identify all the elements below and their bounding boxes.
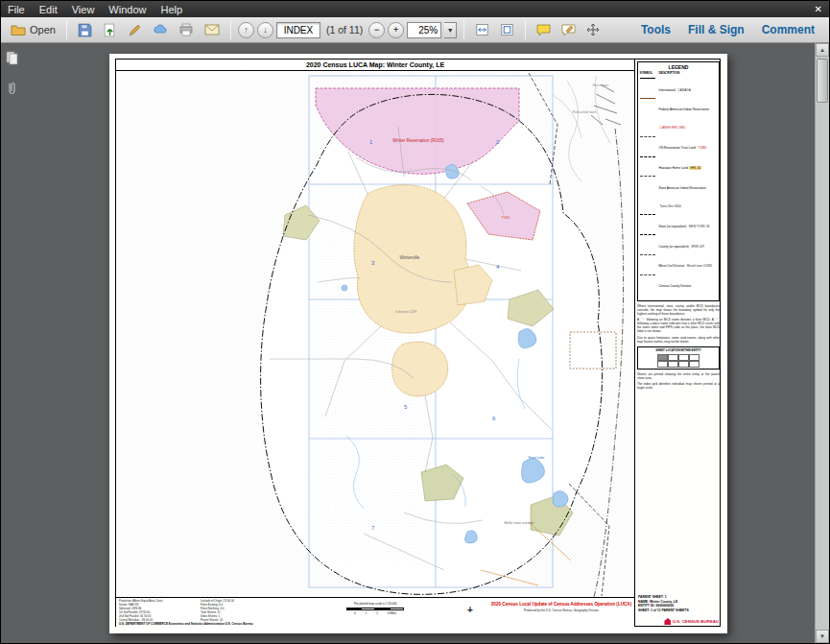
toolbar: Open ↑ ↓ (1 of 11) − + 25% ▼ ToolsFill &… — [1, 17, 829, 43]
toolbar-separator — [463, 20, 464, 39]
scrollbar-thumb[interactable] — [817, 59, 828, 103]
pen-icon — [128, 23, 142, 37]
census-bureau-logo: U.S. CENSUS BUREAU — [664, 618, 719, 625]
legend-example: Tama Res 9400 — [659, 204, 682, 208]
plus-icon: + — [393, 26, 398, 35]
zoom-out-button[interactable]: − — [368, 22, 385, 38]
zoom-dropdown-button[interactable]: ▼ — [444, 22, 457, 38]
fit-page-button[interactable] — [496, 20, 518, 39]
save-button[interactable] — [74, 20, 96, 40]
export-button[interactable] — [99, 20, 121, 40]
menu-item[interactable]: File — [8, 4, 25, 15]
panel-link[interactable]: Fill & Sign — [679, 23, 753, 36]
map-label: Bello town outside — [505, 521, 534, 525]
department-line: U.S. DEPARTMENT OF COMMERCE Economics an… — [119, 622, 253, 626]
luca-title: 2020 Census Local Update of Census Addre… — [490, 602, 632, 608]
document-area: 2020 Census LUCA Map: Winter County, LE — [1, 43, 829, 643]
legend-example: ERIE 029 — [690, 245, 705, 249]
arrow-down-icon: ↓ — [263, 26, 268, 35]
legend-symbol — [640, 77, 657, 80]
pdf-page: 2020 Census LUCA Map: Winter County, LE — [109, 54, 727, 633]
print-button[interactable] — [175, 20, 198, 39]
vertical-scrollbar[interactable]: ▲ ▼ — [815, 43, 829, 643]
zoom-level-value[interactable]: 25% — [407, 22, 441, 38]
legend-note: The index grid identifies individual map… — [637, 382, 720, 390]
envelope-icon — [204, 24, 220, 36]
legend-box: LEGEND SYMBOL DESCRIPTION InternationalC… — [637, 61, 720, 301]
map-footer: Projection: Albers Equal Area ConicDatum… — [116, 597, 634, 627]
legend-label: State (or equivalent) — [659, 225, 687, 228]
speech-bubble-icon — [536, 24, 551, 36]
cloud-button[interactable] — [149, 20, 172, 39]
close-icon[interactable]: ✕ — [815, 4, 822, 14]
panel-link[interactable]: Tools — [632, 23, 679, 36]
legend-example: HHL 40 — [689, 166, 701, 170]
legend-row: County (or equivalent)ERIE 029 — [640, 233, 718, 251]
map-label: Rothschild town — [573, 110, 597, 114]
luca-block: 2020 Census Local Update of Census Addre… — [490, 602, 632, 612]
legend-symbol — [640, 273, 657, 275]
legend-example: T1880 — [697, 146, 707, 150]
menu-item[interactable]: Window — [108, 4, 146, 15]
legend-row: State American Indian ReservationTama Re… — [640, 175, 718, 211]
sign-button[interactable] — [124, 20, 146, 40]
zoom-in-button[interactable]: + — [388, 22, 404, 38]
legend-title: LEGEND — [640, 64, 718, 70]
scale-label: 0 — [354, 611, 356, 615]
fit-width-icon — [475, 23, 489, 36]
legend-symbol — [640, 233, 657, 236]
legend-symbol — [640, 252, 657, 255]
sticky-note-button[interactable] — [533, 21, 555, 39]
legend-row: Off-Reservation Trust LandT1880 — [640, 134, 718, 153]
previous-page-button[interactable]: ↑ — [238, 22, 254, 38]
page-number-input[interactable] — [276, 22, 320, 38]
pan-button[interactable] — [582, 20, 604, 39]
map-canvas: Winter Reservation (R165)T165HarringtonR… — [116, 71, 634, 597]
map-title: 2020 Census LUCA Map: Winter County, LE — [116, 60, 634, 71]
open-button[interactable]: Open — [7, 21, 59, 38]
scale-note: The plotted map scale is 1:24,000 — [313, 602, 438, 606]
map-label: Winter Reservation (R165) — [392, 138, 444, 143]
legend-symbol — [640, 134, 657, 137]
speech-bubble-pen-icon — [561, 24, 576, 36]
scroll-up-icon[interactable]: ▲ — [816, 43, 829, 57]
legend-row: Minor Civil DivisionBristol town 07485 — [640, 252, 718, 271]
move-arrows-icon — [586, 23, 600, 36]
attachments-paperclip-icon[interactable] — [6, 82, 17, 101]
scale-label: 4 Miles — [388, 611, 396, 615]
legend-example: Bristol town 07485 — [686, 264, 713, 268]
highlight-comment-button[interactable] — [557, 21, 580, 39]
page-count-label: (1 of 11) — [323, 24, 366, 36]
folder-icon — [11, 24, 26, 36]
legend-example: CANADA — [677, 88, 692, 92]
legend-symbol — [640, 155, 657, 157]
legend-label: State American Indian Reservation — [659, 186, 706, 190]
map-label: Frost Lake — [529, 456, 545, 460]
app-window: FileEditViewWindowHelp ✕ Open ↑ ↓ (1 of … — [0, 0, 830, 644]
legend-row: State (or equivalent)NEW YORK 36 — [640, 213, 718, 231]
legend-example: NEW YORK 36 — [688, 225, 711, 228]
menu-item[interactable]: Edit — [39, 4, 58, 15]
legend-symbol — [640, 213, 657, 216]
menu-item[interactable]: Help — [160, 4, 182, 15]
legend-header: SYMBOL DESCRIPTION — [640, 71, 718, 75]
next-page-button[interactable]: ↓ — [257, 22, 273, 38]
chevron-down-icon: ▼ — [447, 27, 454, 34]
save-icon — [78, 23, 92, 37]
email-button[interactable] — [201, 21, 224, 38]
sheet-info-line: SHEET: 1 of 11 PARENT SHEETS — [638, 608, 719, 613]
legend-row: InternationalCANADA — [640, 77, 718, 95]
map-sheet-border: 2020 Census LUCA Map: Winter County, LE — [115, 59, 721, 627]
menu-item[interactable]: View — [72, 4, 95, 15]
sheet-location-box: SHEET LOCATION WITHIN ENTITY — [637, 346, 720, 370]
panel-link[interactable]: Comment — [753, 23, 823, 36]
scroll-down-icon[interactable]: ▼ — [816, 630, 829, 643]
legend-row: Federal American Indian ReservationL'ANS… — [640, 96, 718, 132]
cloud-icon — [153, 23, 168, 36]
minus-icon: − — [374, 26, 379, 35]
legend-symbol-header: SYMBOL — [640, 71, 659, 75]
fit-width-button[interactable] — [471, 20, 493, 39]
page-thumbnails-icon[interactable] — [6, 51, 18, 69]
toolbar-separator — [525, 20, 526, 39]
legend-row: Hawaiian Home LandHHL 40 — [640, 155, 718, 173]
